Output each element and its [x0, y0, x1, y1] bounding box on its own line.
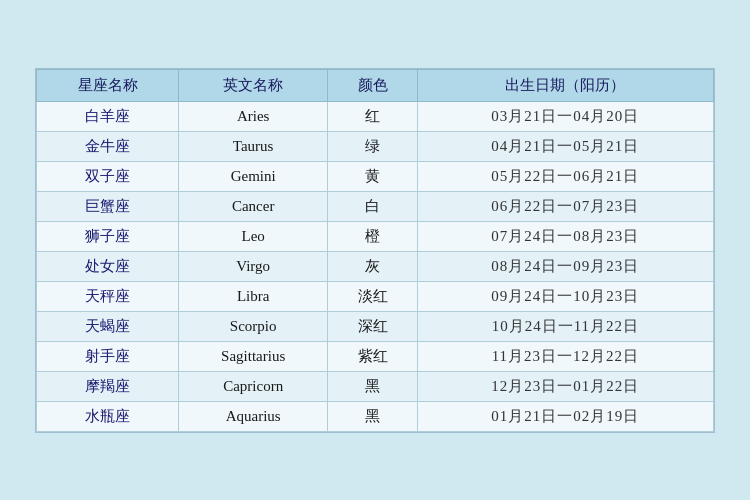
table-row: 天秤座Libra淡红09月24日一10月23日	[37, 281, 714, 311]
table-row: 狮子座Leo橙07月24日一08月23日	[37, 221, 714, 251]
cell-dates: 04月21日一05月21日	[417, 131, 713, 161]
cell-dates: 08月24日一09月23日	[417, 251, 713, 281]
cell-dates: 11月23日一12月22日	[417, 341, 713, 371]
cell-color: 深红	[328, 311, 417, 341]
cell-english-name: Gemini	[179, 161, 328, 191]
cell-color: 黑	[328, 371, 417, 401]
cell-chinese-name: 双子座	[37, 161, 179, 191]
header-dates: 出生日期（阳历）	[417, 69, 713, 101]
cell-english-name: Virgo	[179, 251, 328, 281]
table-row: 摩羯座Capricorn黑12月23日一01月22日	[37, 371, 714, 401]
cell-color: 灰	[328, 251, 417, 281]
cell-english-name: Aquarius	[179, 401, 328, 431]
cell-dates: 09月24日一10月23日	[417, 281, 713, 311]
zodiac-table-container: 星座名称 英文名称 颜色 出生日期（阳历） 白羊座Aries红03月21日一04…	[35, 68, 715, 433]
cell-chinese-name: 巨蟹座	[37, 191, 179, 221]
cell-color: 黄	[328, 161, 417, 191]
table-row: 射手座Sagittarius紫红11月23日一12月22日	[37, 341, 714, 371]
cell-chinese-name: 天蝎座	[37, 311, 179, 341]
cell-color: 红	[328, 101, 417, 131]
cell-english-name: Sagittarius	[179, 341, 328, 371]
cell-english-name: Aries	[179, 101, 328, 131]
cell-chinese-name: 射手座	[37, 341, 179, 371]
cell-dates: 03月21日一04月20日	[417, 101, 713, 131]
cell-english-name: Libra	[179, 281, 328, 311]
cell-chinese-name: 白羊座	[37, 101, 179, 131]
cell-english-name: Scorpio	[179, 311, 328, 341]
cell-color: 黑	[328, 401, 417, 431]
cell-dates: 12月23日一01月22日	[417, 371, 713, 401]
cell-dates: 10月24日一11月22日	[417, 311, 713, 341]
header-english-name: 英文名称	[179, 69, 328, 101]
cell-color: 淡红	[328, 281, 417, 311]
table-row: 双子座Gemini黄05月22日一06月21日	[37, 161, 714, 191]
cell-dates: 01月21日一02月19日	[417, 401, 713, 431]
header-chinese-name: 星座名称	[37, 69, 179, 101]
header-color: 颜色	[328, 69, 417, 101]
table-header-row: 星座名称 英文名称 颜色 出生日期（阳历）	[37, 69, 714, 101]
cell-dates: 07月24日一08月23日	[417, 221, 713, 251]
cell-color: 白	[328, 191, 417, 221]
table-row: 水瓶座Aquarius黑01月21日一02月19日	[37, 401, 714, 431]
cell-chinese-name: 狮子座	[37, 221, 179, 251]
cell-english-name: Cancer	[179, 191, 328, 221]
cell-dates: 05月22日一06月21日	[417, 161, 713, 191]
table-row: 金牛座Taurus绿04月21日一05月21日	[37, 131, 714, 161]
table-row: 天蝎座Scorpio深红10月24日一11月22日	[37, 311, 714, 341]
table-body: 白羊座Aries红03月21日一04月20日金牛座Taurus绿04月21日一0…	[37, 101, 714, 431]
cell-english-name: Leo	[179, 221, 328, 251]
cell-english-name: Capricorn	[179, 371, 328, 401]
cell-chinese-name: 处女座	[37, 251, 179, 281]
cell-chinese-name: 水瓶座	[37, 401, 179, 431]
cell-dates: 06月22日一07月23日	[417, 191, 713, 221]
table-row: 处女座Virgo灰08月24日一09月23日	[37, 251, 714, 281]
zodiac-table: 星座名称 英文名称 颜色 出生日期（阳历） 白羊座Aries红03月21日一04…	[36, 69, 714, 432]
table-row: 白羊座Aries红03月21日一04月20日	[37, 101, 714, 131]
table-row: 巨蟹座Cancer白06月22日一07月23日	[37, 191, 714, 221]
cell-color: 绿	[328, 131, 417, 161]
cell-english-name: Taurus	[179, 131, 328, 161]
cell-chinese-name: 天秤座	[37, 281, 179, 311]
cell-color: 橙	[328, 221, 417, 251]
cell-color: 紫红	[328, 341, 417, 371]
cell-chinese-name: 金牛座	[37, 131, 179, 161]
cell-chinese-name: 摩羯座	[37, 371, 179, 401]
